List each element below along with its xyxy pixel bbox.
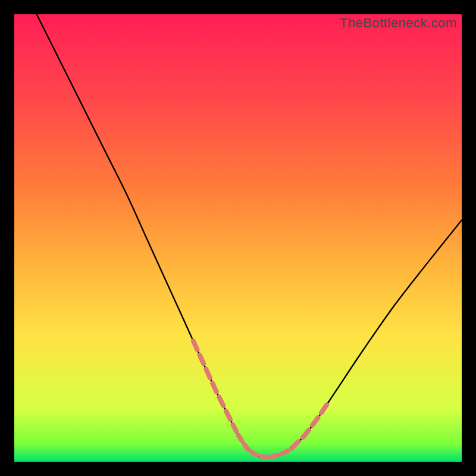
bottleneck-curve — [37, 14, 462, 458]
plot-area: TheBottleneck.com — [14, 14, 462, 462]
highlight-right — [292, 403, 327, 448]
highlight-valley — [233, 426, 292, 458]
curve-layer — [14, 14, 462, 462]
highlight-left — [193, 341, 234, 426]
chart-frame: TheBottleneck.com — [0, 0, 476, 476]
